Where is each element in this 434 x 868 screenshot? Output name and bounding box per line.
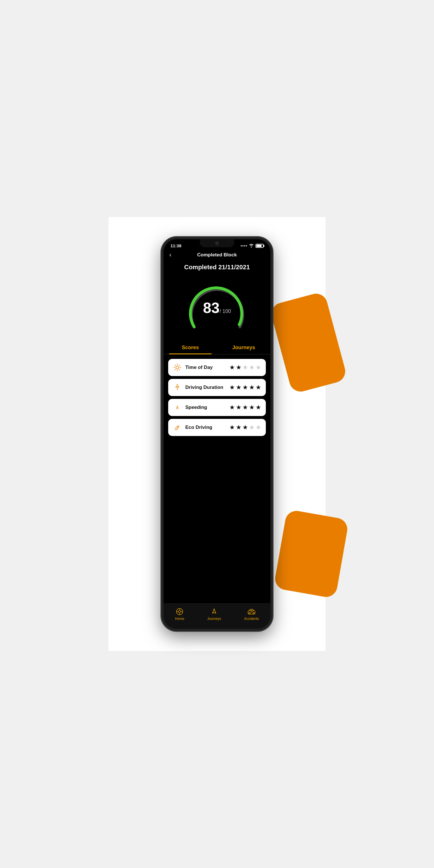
star-3: ★ <box>242 404 248 411</box>
tabs: Scores Journeys <box>164 341 270 354</box>
score-gauge: 83/ 100 <box>164 276 270 341</box>
nav-label-accidents: Accidents <box>244 617 259 621</box>
camera <box>215 242 219 245</box>
star-1: ★ <box>229 364 235 371</box>
svg-point-18 <box>253 613 254 614</box>
nav-item-journeys[interactable]: Journeys <box>207 608 221 621</box>
star-2: ★ <box>236 424 242 431</box>
star-3: ★ <box>242 424 248 431</box>
svg-line-5 <box>175 365 176 366</box>
accidents-icon <box>248 608 255 616</box>
side-button <box>272 339 273 356</box>
star-4: ★ <box>249 364 255 371</box>
speeding-icon <box>173 403 182 412</box>
status-icons <box>241 244 264 248</box>
svg-line-8 <box>175 369 176 370</box>
nav-item-accidents[interactable]: Accidents <box>244 608 259 621</box>
star-3: ★ <box>242 384 248 391</box>
stars-eco-driving: ★ ★ ★ ★ ★ <box>229 424 261 431</box>
score-label-eco-driving: Eco Driving <box>185 425 226 430</box>
decoration-blob-bottom <box>273 509 349 599</box>
svg-line-6 <box>179 369 180 370</box>
status-time: 11:38 <box>170 243 181 248</box>
star-1: ★ <box>229 404 235 411</box>
completed-date: Completed 21/11/2021 <box>164 261 270 276</box>
svg-point-11 <box>179 611 181 613</box>
svg-rect-19 <box>251 611 252 612</box>
svg-point-0 <box>176 366 179 369</box>
score-item-speeding[interactable]: Speeding ★ ★ ★ ★ ★ <box>168 399 266 416</box>
phone-notch <box>200 239 234 247</box>
gauge-wrapper: 83/ 100 <box>186 278 248 336</box>
star-5: ★ <box>255 424 261 431</box>
home-icon <box>176 608 184 616</box>
journeys-icon <box>210 608 218 616</box>
signal-icon <box>241 245 247 246</box>
star-1: ★ <box>229 384 235 391</box>
star-1: ★ <box>229 424 235 431</box>
stars-driving-duration: ★ ★ ★ ★ ★ <box>229 384 261 391</box>
header-title: Completed Block <box>197 252 237 258</box>
star-3: ★ <box>242 364 248 371</box>
stars-speeding: ★ ★ ★ ★ ★ <box>229 404 261 411</box>
star-5: ★ <box>255 404 261 411</box>
battery-fill <box>256 245 261 247</box>
star-4: ★ <box>249 404 255 411</box>
svg-point-17 <box>249 613 250 614</box>
driving-duration-icon <box>173 383 182 392</box>
time-of-day-icon <box>173 363 182 372</box>
score-item-time-of-day[interactable]: Time of Day ★ ★ ★ ★ ★ <box>168 359 266 376</box>
header: ‹ Completed Block <box>164 250 270 261</box>
stars-time-of-day: ★ ★ ★ ★ ★ <box>229 364 261 371</box>
gauge-score-text: 83/ 100 <box>203 300 231 315</box>
nav-label-home: Home <box>175 617 184 621</box>
eco-driving-icon <box>173 423 182 432</box>
score-label-driving-duration: Driving Duration <box>185 384 226 390</box>
score-item-driving-duration[interactable]: Driving Duration ★ ★ ★ ★ ★ <box>168 379 266 396</box>
decoration-blob-top <box>269 291 348 394</box>
star-5: ★ <box>255 384 261 391</box>
back-button[interactable]: ‹ <box>169 251 171 259</box>
bottom-nav: Home Journeys <box>164 603 270 629</box>
wifi-icon <box>249 244 254 248</box>
star-4: ★ <box>249 384 255 391</box>
score-label-time-of-day: Time of Day <box>185 365 226 370</box>
phone-shell: 11:38 <box>161 237 273 631</box>
tab-journeys[interactable]: Journeys <box>217 341 270 354</box>
nav-item-home[interactable]: Home <box>175 608 184 621</box>
star-5: ★ <box>255 364 261 371</box>
scores-list: Time of Day ★ ★ ★ ★ ★ <box>164 358 270 603</box>
nav-label-journeys: Journeys <box>207 617 221 621</box>
battery-icon <box>255 244 264 248</box>
gauge-score-value: 83 <box>203 300 220 316</box>
screen: 11:38 <box>164 239 270 629</box>
score-label-speeding: Speeding <box>185 405 226 410</box>
svg-line-7 <box>179 365 180 366</box>
score-item-eco-driving[interactable]: Eco Driving ★ ★ ★ ★ ★ <box>168 419 266 436</box>
star-2: ★ <box>236 384 242 391</box>
tab-scores[interactable]: Scores <box>164 341 217 354</box>
star-2: ★ <box>236 404 242 411</box>
star-4: ★ <box>249 424 255 431</box>
gauge-score-total: / 100 <box>220 308 231 314</box>
page-wrapper: 11:38 <box>108 217 326 651</box>
star-2: ★ <box>236 364 242 371</box>
